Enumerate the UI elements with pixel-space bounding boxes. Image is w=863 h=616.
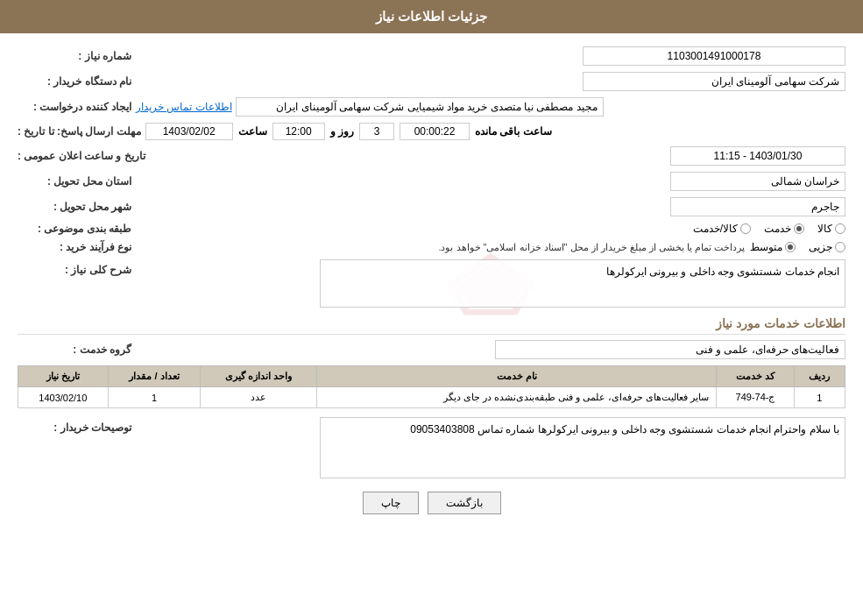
cell-code: ج-74-749 (717, 387, 794, 408)
category-kala-label: کالا (817, 223, 832, 235)
announce-label: تاریخ و ساعت اعلان عمومی : (18, 150, 145, 162)
need-desc-label: شرح کلی نیاز : (18, 259, 131, 276)
buyer-name-label: نام دستگاه خریدار : (18, 75, 131, 88)
radio-khadmat-icon (794, 223, 804, 234)
cell-qty: 1 (108, 387, 201, 408)
province-label: استان محل تحویل : (18, 175, 131, 188)
category-option-khadmat[interactable]: خدمت (764, 223, 804, 235)
city-label: شهر محل تحویل : (18, 201, 131, 213)
service-group-value: فعالیت‌های حرفه‌ای، علمی و فنی (495, 340, 845, 359)
buyer-notes-value: با سلام واحترام انجام خدمات شستشوی وجه د… (320, 417, 845, 478)
need-number-value: 1103001491000178 (583, 46, 845, 66)
col-header-row: ردیف (794, 366, 845, 387)
action-buttons: بازگشت چاپ (18, 492, 845, 514)
radio-jozi-icon (835, 242, 845, 252)
buyer-name-value: شرکت سهامی آلومینای ایران (583, 72, 845, 91)
creator-value: مجید مصطفی نیا متصدی خرید مواد شیمیایی ش… (236, 97, 604, 117)
province-value: خراسان شمالی (670, 172, 845, 191)
purchase-type-option-jozi[interactable]: جزیی (809, 241, 845, 253)
col-header-unit: واحد اندازه گیری (201, 366, 317, 387)
deadline-time: 12:00 (272, 123, 325, 140)
category-kala-khadmat-label: کالا/خدمت (693, 223, 738, 235)
purchase-type-label: نوع فرآیند خرید : (18, 241, 131, 253)
deadline-remaining-label: ساعت باقی مانده (475, 125, 552, 138)
col-header-code: کد خدمت (717, 366, 794, 387)
deadline-days-label: روز و (330, 125, 354, 138)
service-group-label: گروه خدمت : (18, 343, 131, 356)
need-desc-value: انجام خدمات شستشوی وجه داخلی و بیرونی ای… (320, 259, 845, 308)
cell-date: 1403/02/10 (18, 387, 109, 408)
city-value: جاجرم (670, 197, 845, 216)
buyer-notes-label: توصیحات خریدار : (18, 417, 131, 434)
deadline-time-label: ساعت (238, 125, 267, 138)
purchase-type-jozi-label: جزیی (809, 241, 832, 253)
deadline-days: 3 (359, 123, 394, 140)
col-header-qty: تعداد / مقدار (108, 366, 201, 387)
need-number-label: شماره نیاز : (18, 50, 131, 62)
table-row: 1 ج-74-749 سایر فعالیت‌های حرفه‌ای، علمی… (18, 387, 845, 408)
back-button[interactable]: بازگشت (428, 492, 501, 514)
purchase-type-option-motosat[interactable]: متوسط (750, 241, 796, 253)
cell-name: سایر فعالیت‌های حرفه‌ای، علمی و فنی طبقه… (316, 387, 716, 408)
page-header: جزئیات اطلاعات نیاز (0, 0, 863, 33)
radio-motosat-icon (785, 242, 796, 252)
creator-label: ایجاد کننده درخواست : (18, 101, 131, 113)
creator-contact-link[interactable]: اطلاعات تماس خریدار (136, 101, 232, 113)
category-option-kala-khadmat[interactable]: کالا/خدمت (693, 223, 751, 235)
category-label: طبقه بندی موضوعی : (18, 223, 131, 235)
deadline-date: 1403/02/02 (145, 123, 233, 140)
page-title: جزئیات اطلاعات نیاز (376, 9, 487, 24)
print-button[interactable]: چاپ (363, 492, 419, 514)
category-radio-group: کالا/خدمت خدمت کالا (693, 223, 845, 235)
radio-kala-khadmat-icon (740, 223, 751, 234)
cell-row: 1 (794, 387, 845, 408)
col-header-date: تاریخ نیاز (18, 366, 109, 387)
category-option-kala[interactable]: کالا (817, 223, 845, 235)
services-section-title: اطلاعات خدمات مورد نیاز (18, 316, 845, 335)
services-table: ردیف کد خدمت نام خدمت واحد اندازه گیری ت… (18, 365, 845, 408)
category-khadmat-label: خدمت (764, 223, 791, 235)
radio-kala-icon (835, 223, 845, 234)
cell-unit: عدد (201, 387, 317, 408)
col-header-name: نام خدمت (316, 366, 716, 387)
purchase-type-radio-group: متوسط جزیی (750, 241, 845, 253)
deadline-remaining: 00:00:22 (400, 123, 470, 140)
deadline-label: مهلت ارسال پاسخ: تا تاریخ : (18, 125, 141, 138)
purchase-type-motosat-label: متوسط (750, 241, 782, 253)
announce-value: 1403/01/30 - 11:15 (670, 146, 845, 166)
